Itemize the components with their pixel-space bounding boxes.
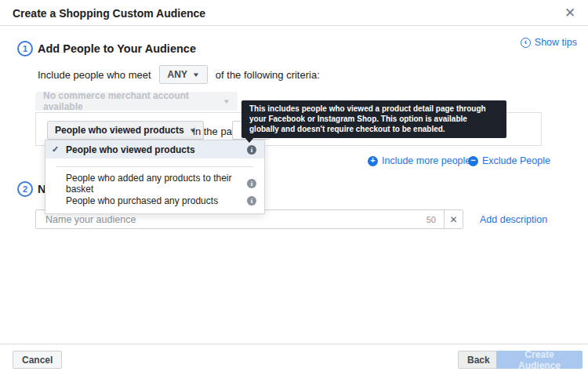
chevron-circle-icon: ‹ xyxy=(521,38,531,48)
modal-title: Create a Shopping Custom Audience xyxy=(13,7,205,20)
exclude-people-label: Exclude People xyxy=(482,155,550,166)
merchant-account-value: No commerce merchant account available xyxy=(43,90,218,112)
cancel-button[interactable]: Cancel xyxy=(13,351,62,369)
footer-divider xyxy=(0,344,588,344)
clear-input-icon[interactable]: ✕ xyxy=(444,210,463,228)
event-type-value: People who viewed products xyxy=(55,125,184,136)
tooltip-arrow xyxy=(245,137,254,143)
add-description-link[interactable]: Add description xyxy=(480,214,547,225)
criteria-suffix-label: of the following criteria: xyxy=(216,69,320,81)
tooltip-text-line: globally and doesn't require checkout to… xyxy=(249,124,499,134)
menu-item-added-to-basket[interactable]: People who added any products to their b… xyxy=(45,175,264,192)
minus-circle-icon: − xyxy=(468,156,478,166)
step-1-heading: Add People to Your Audience xyxy=(38,42,196,55)
show-tips-label: Show tips xyxy=(535,37,577,48)
check-icon: ✓ xyxy=(52,144,66,155)
step-1-badge: 1 xyxy=(17,41,33,56)
match-type-dropdown[interactable]: ANY ▼ xyxy=(159,65,208,84)
include-more-people-link[interactable]: + Include more people xyxy=(368,155,470,166)
criteria-sentence: Include people who meet ANY ▼ of the fol… xyxy=(38,65,320,84)
modal-header: Create a Shopping Custom Audience ✕ xyxy=(0,0,588,26)
show-tips-link[interactable]: ‹ Show tips xyxy=(521,37,577,48)
merchant-account-dropdown[interactable]: No commerce merchant account available ▼ xyxy=(35,92,238,111)
menu-divider xyxy=(56,166,253,167)
info-icon[interactable]: i xyxy=(247,179,256,188)
menu-item-label: People who purchased any products xyxy=(66,195,247,206)
create-audience-button[interactable]: Create Audience xyxy=(496,351,583,369)
tooltip-text-line: This includes people who viewed a produc… xyxy=(249,104,499,114)
criteria-prefix-label: Include people who meet xyxy=(38,69,151,81)
create-shopping-custom-audience-modal: Create a Shopping Custom Audience ✕ ‹ Sh… xyxy=(0,0,588,375)
menu-item-label: People who added any products to their b… xyxy=(66,173,247,195)
menu-item-purchased[interactable]: People who purchased any products i xyxy=(45,192,264,209)
info-tooltip: This includes people who viewed a produc… xyxy=(241,100,506,138)
info-icon[interactable]: i xyxy=(247,196,256,206)
match-type-value: ANY xyxy=(168,69,187,80)
menu-item-label: People who viewed products xyxy=(66,144,247,155)
event-type-menu: ✓ People who viewed products i People wh… xyxy=(45,140,265,214)
exclude-people-link[interactable]: − Exclude People xyxy=(468,155,550,166)
tooltip-text-line: your Facebook or Instagram Shop. This op… xyxy=(249,114,499,124)
chevron-down-icon: ▼ xyxy=(192,71,200,78)
back-button[interactable]: Back xyxy=(458,351,499,369)
plus-circle-icon: + xyxy=(368,156,378,166)
chevron-down-icon: ▼ xyxy=(223,98,230,105)
include-more-people-label: Include more people xyxy=(382,155,470,166)
event-type-dropdown[interactable]: People who viewed products ▼ xyxy=(47,121,204,140)
step-2-badge: 2 xyxy=(17,181,33,197)
info-icon[interactable]: i xyxy=(247,145,256,155)
close-icon[interactable]: ✕ xyxy=(561,4,579,21)
char-counter: 50 xyxy=(419,215,444,224)
menu-item-viewed-products[interactable]: ✓ People who viewed products i xyxy=(45,140,264,158)
